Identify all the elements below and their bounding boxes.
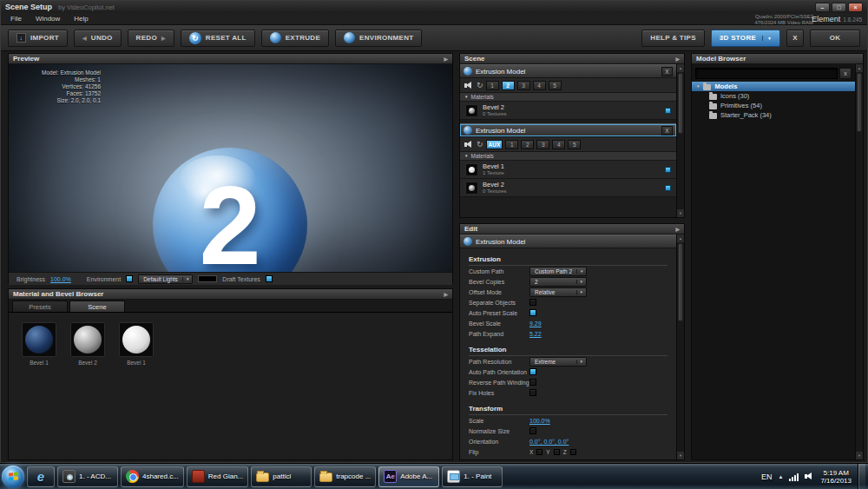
scroll-up-arrow[interactable] bbox=[856, 64, 863, 72]
separate-objects-checkbox[interactable] bbox=[529, 299, 536, 306]
model-search-input[interactable] bbox=[695, 68, 838, 79]
material-row[interactable]: Bevel 2 0 Textures bbox=[460, 179, 676, 197]
material-thumbnail[interactable] bbox=[22, 322, 56, 357]
import-button[interactable]: IMPORT bbox=[8, 30, 68, 47]
model-browser-scrollbar[interactable] bbox=[855, 64, 863, 459]
flip-z-checkbox[interactable] bbox=[570, 449, 576, 455]
material-color-chip[interactable] bbox=[665, 167, 671, 173]
redo-button[interactable]: REDO bbox=[128, 30, 174, 47]
scroll-down-arrow[interactable] bbox=[856, 452, 863, 459]
group-slot-button[interactable]: 1 bbox=[486, 81, 499, 90]
background-color-swatch[interactable] bbox=[198, 275, 217, 282]
reset-all-button[interactable]: RESET ALL bbox=[181, 30, 255, 47]
scroll-thumb[interactable] bbox=[678, 243, 683, 321]
group-slot-button[interactable]: 2 bbox=[521, 140, 534, 149]
path-resolution-dropdown[interactable]: Extreme bbox=[529, 357, 587, 367]
scroll-thumb[interactable] bbox=[678, 73, 683, 134]
menu-file[interactable]: File bbox=[4, 14, 28, 23]
taskbar-item-trapcode[interactable]: trapcode ... bbox=[314, 466, 376, 487]
flip-y-checkbox[interactable] bbox=[554, 449, 560, 455]
refresh-icon[interactable] bbox=[477, 141, 483, 149]
path-expand-value[interactable]: 5.22 bbox=[529, 331, 542, 337]
clock[interactable]: 5:19 AM 7/16/2013 bbox=[820, 469, 852, 485]
speaker-icon[interactable] bbox=[464, 141, 474, 149]
group-slot-button[interactable]: 5 bbox=[568, 140, 581, 149]
material-thumbnail[interactable] bbox=[119, 322, 154, 357]
tree-item-icons[interactable]: Icons (30) bbox=[692, 91, 855, 101]
language-indicator[interactable]: EN bbox=[761, 472, 773, 481]
group-slot-button[interactable]: 3 bbox=[536, 140, 549, 149]
lights-dropdown[interactable]: Default Lights bbox=[138, 274, 193, 284]
menu-window[interactable]: Window bbox=[30, 14, 66, 23]
material-color-chip[interactable] bbox=[665, 185, 671, 191]
environment-checkbox[interactable] bbox=[126, 275, 133, 282]
group-slot-button[interactable]: 4 bbox=[533, 81, 546, 90]
collapse-arrow-icon[interactable] bbox=[675, 226, 680, 232]
aux-slot-button[interactable]: AUX bbox=[486, 140, 503, 149]
reverse-path-winding-checkbox[interactable] bbox=[529, 379, 536, 386]
collapse-arrow-icon[interactable] bbox=[444, 291, 448, 297]
collapse-arrow-icon[interactable] bbox=[675, 56, 680, 62]
group-slot-button[interactable]: 5 bbox=[549, 81, 562, 90]
scroll-up-arrow[interactable] bbox=[677, 64, 684, 72]
tree-item-starter-pack[interactable]: Starter_Pack (34) bbox=[692, 110, 855, 120]
collapse-arrow-icon[interactable] bbox=[444, 56, 448, 62]
materials-section-header[interactable]: Materials bbox=[460, 152, 676, 161]
tree-item-primitives[interactable]: Primitives (54) bbox=[692, 101, 855, 110]
scene-item-header[interactable]: Extrusion Model X bbox=[460, 64, 676, 78]
scale-value[interactable]: 100.0% bbox=[529, 418, 550, 424]
tab-presets[interactable]: Presets bbox=[12, 301, 68, 312]
maximize-button[interactable]: □ bbox=[832, 3, 846, 12]
orientation-value[interactable]: 0.0°, 0.0°, 0.0° bbox=[529, 439, 569, 445]
network-icon[interactable] bbox=[789, 472, 799, 481]
extrude-button[interactable]: EXTRUDE bbox=[261, 30, 329, 47]
scene-item-header-selected[interactable]: Extrusion Model X bbox=[460, 123, 676, 137]
custom-path-dropdown[interactable]: Custom Path 2 bbox=[529, 267, 587, 276]
environment-button[interactable]: ENVIRONMENT bbox=[335, 30, 422, 47]
clear-search-button[interactable]: x bbox=[839, 68, 852, 79]
edit-scrollbar[interactable] bbox=[676, 235, 684, 459]
cancel-button[interactable]: X bbox=[786, 30, 804, 47]
group-slot-button[interactable]: 3 bbox=[517, 81, 530, 90]
speaker-icon[interactable] bbox=[464, 82, 474, 89]
undo-button[interactable]: UNDO bbox=[74, 30, 122, 47]
taskbar-item-paint[interactable]: 1. - Paint bbox=[442, 466, 503, 487]
help-tips-button[interactable]: HELP & TIPS bbox=[641, 30, 705, 47]
draft-textures-checkbox[interactable] bbox=[266, 275, 273, 282]
refresh-icon[interactable] bbox=[477, 82, 483, 89]
edit-item-header[interactable]: Extrusion Model bbox=[460, 235, 676, 248]
material-item[interactable]: Bevel 2 bbox=[69, 322, 107, 366]
material-row[interactable]: Bevel 2 0 Textures bbox=[460, 102, 676, 120]
minimize-button[interactable]: – bbox=[815, 3, 830, 12]
show-hidden-icons-arrow[interactable] bbox=[778, 474, 783, 479]
show-desktop-button[interactable] bbox=[858, 464, 865, 489]
fix-holes-checkbox[interactable] bbox=[529, 389, 536, 396]
remove-item-button[interactable]: X bbox=[661, 126, 673, 135]
flip-x-checkbox[interactable] bbox=[536, 449, 542, 455]
bevel-scale-value[interactable]: 9.29 bbox=[529, 320, 542, 327]
taskbar-internet-explorer[interactable] bbox=[27, 466, 55, 487]
taskbar-item-chrome[interactable]: 4shared.c... bbox=[121, 466, 184, 487]
scroll-down-arrow[interactable] bbox=[677, 452, 684, 459]
close-window-button[interactable]: × bbox=[848, 3, 863, 12]
material-item[interactable]: Bevel 1 bbox=[117, 322, 155, 366]
taskbar-item-patticl[interactable]: patticl bbox=[251, 466, 312, 487]
material-item[interactable]: Bevel 1 bbox=[20, 322, 58, 366]
group-slot-button[interactable]: 4 bbox=[552, 140, 565, 149]
taskbar-item-red-giant[interactable]: Red Gian... bbox=[187, 466, 248, 487]
preview-viewport[interactable]: Model: Extrusion Model Meshes: 1 Vertice… bbox=[9, 64, 452, 272]
materials-section-header[interactable]: Materials bbox=[460, 93, 676, 102]
volume-icon[interactable] bbox=[805, 472, 814, 480]
scroll-down-arrow[interactable] bbox=[677, 209, 684, 217]
auto-path-orientation-checkbox[interactable] bbox=[529, 368, 536, 375]
brightness-value[interactable]: 100.0% bbox=[50, 276, 71, 282]
material-thumbnail[interactable] bbox=[70, 322, 105, 357]
ok-button[interactable]: OK bbox=[810, 30, 860, 47]
group-slot-button[interactable]: 2 bbox=[502, 81, 515, 90]
menu-help[interactable]: Help bbox=[68, 14, 94, 23]
normalize-size-checkbox[interactable] bbox=[529, 427, 536, 434]
bevel-copies-dropdown[interactable]: 2 bbox=[529, 277, 587, 287]
tree-item-models[interactable]: Models bbox=[692, 82, 855, 91]
remove-item-button[interactable]: X bbox=[661, 67, 673, 76]
3d-store-button[interactable]: 3D STORE bbox=[711, 30, 781, 47]
